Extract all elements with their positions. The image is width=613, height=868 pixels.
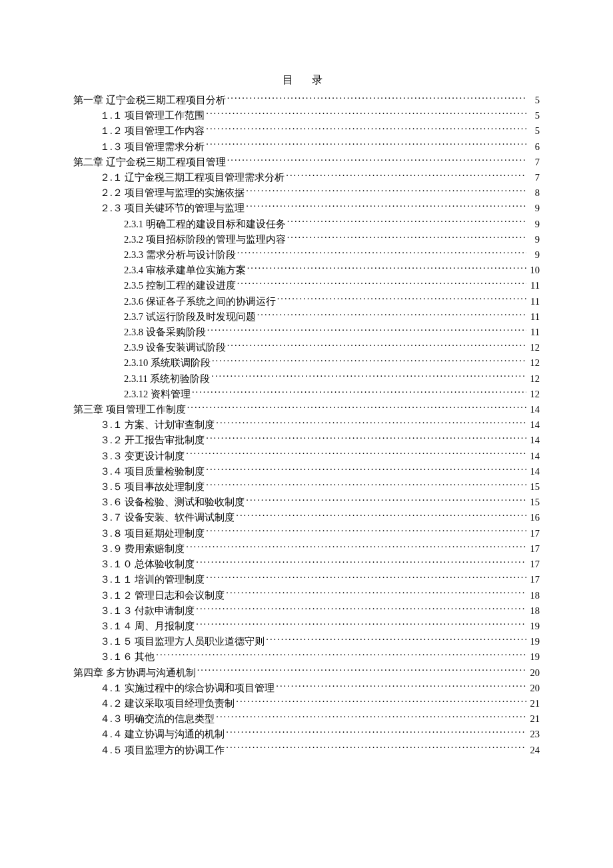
toc-leader-dots <box>206 434 526 444</box>
toc-entry-page: 8 <box>528 185 540 201</box>
toc-entry-page: 11 <box>528 325 540 340</box>
toc-leader-dots <box>196 604 526 614</box>
toc-entry-page: 18 <box>528 603 540 619</box>
toc-entry-page: 18 <box>528 588 540 603</box>
toc-leader-dots <box>186 542 526 552</box>
toc-entry: ３.７ 设备安装、软件调试制度16 <box>73 510 540 525</box>
toc-entry: ４.５ 项目监理方的协调工作24 <box>73 743 540 758</box>
toc-entry: ２.１ 辽宁金税三期工程项目管理需求分析7 <box>73 170 540 185</box>
toc-entry-page: 14 <box>528 417 540 433</box>
toc-leader-dots <box>187 403 526 413</box>
toc-entry-label: １.２ 项目管理工作内容 <box>100 123 205 139</box>
toc-entry-page: 23 <box>528 727 540 742</box>
toc-entry-label: 2.3.4 审核承建单位实施方案 <box>124 263 246 278</box>
toc-entry-page: 14 <box>528 402 540 417</box>
toc-leader-dots <box>192 387 526 397</box>
toc-entry: ４.４ 建立协调与沟通的机制23 <box>73 727 540 742</box>
toc-entry: ３.１４ 周、月报制度19 <box>73 619 540 634</box>
toc-leader-dots <box>237 279 526 289</box>
toc-entry: ４.３ 明确交流的信息类型21 <box>73 711 540 727</box>
toc-leader-dots <box>226 728 526 738</box>
toc-leader-dots <box>207 326 526 336</box>
toc-entry-page: 12 <box>528 340 540 355</box>
toc-entry-page: 6 <box>528 139 540 155</box>
toc-entry-label: ４.１ 实施过程中的综合协调和项目管理 <box>100 681 275 696</box>
toc-entry: 2.3.12 资料管理12 <box>73 387 540 402</box>
toc-entry: 2.3.3 需求分析与设计阶段9 <box>73 247 540 263</box>
toc-entry: ２.２ 项目管理与监理的实施依据8 <box>73 185 540 201</box>
toc-entry: 2.3.6 保证各子系统之间的协调运行11 <box>73 294 540 309</box>
toc-leader-dots <box>156 651 526 661</box>
toc-leader-dots <box>227 341 526 351</box>
toc-entry-label: 2.3.9 设备安装调试阶段 <box>124 340 226 355</box>
toc-leader-dots <box>206 481 526 491</box>
toc-entry-label: ３.４ 项目质量检验制度 <box>100 464 205 479</box>
toc-entry: ４.１ 实施过程中的综合协调和项目管理20 <box>73 681 540 696</box>
toc-entry-label: 2.3.8 设备采购阶段 <box>124 325 206 340</box>
toc-entry: 2.3.9 设备安装调试阶段12 <box>73 340 540 355</box>
toc-entry-label: ３.６ 设备检验、测试和验收制度 <box>100 495 245 510</box>
toc-leader-dots <box>276 681 526 691</box>
toc-entry-label: ４.５ 项目监理方的协调工作 <box>100 743 225 758</box>
toc-title: 目 录 <box>73 73 540 87</box>
toc-leader-dots <box>236 697 526 707</box>
toc-entry-label: １.３ 项目管理需求分析 <box>100 139 205 155</box>
toc-entry-page: 10 <box>528 263 540 278</box>
toc-leader-dots <box>237 249 526 259</box>
toc-entry-label: 2.3.1 明确工程的建设目标和建设任务 <box>124 217 286 232</box>
toc-leader-dots <box>186 449 526 459</box>
toc-entry: ３.１０ 总体验收制度17 <box>73 557 540 572</box>
toc-entry-page: 14 <box>528 433 540 448</box>
toc-entry: ３.９ 费用索赔制度17 <box>73 541 540 557</box>
toc-entry: ３.８ 项目延期处理制度17 <box>73 526 540 541</box>
toc-entry: １.３ 项目管理需求分析6 <box>73 139 540 155</box>
toc-entry-label: ４.２ 建议采取项目经理负责制 <box>100 696 235 711</box>
table-of-contents: 第一章 辽宁金税三期工程项目分析5１.１ 项目管理工作范围5１.２ 项目管理工作… <box>73 93 540 758</box>
toc-entry-page: 19 <box>528 649 540 665</box>
toc-entry-label: ３.８ 项目延期处理制度 <box>100 526 205 541</box>
toc-entry-label: 2.3.5 控制工程的建设进度 <box>124 278 236 293</box>
toc-entry: ３.１ 方案、计划审查制度14 <box>73 417 540 433</box>
toc-entry-label: 第二章 辽宁金税三期工程项目管理 <box>73 155 226 170</box>
toc-entry-page: 12 <box>528 387 540 402</box>
toc-entry: 2.3.5 控制工程的建设进度11 <box>73 278 540 293</box>
toc-leader-dots <box>206 527 526 537</box>
toc-leader-dots <box>227 94 526 104</box>
toc-entry-label: ３.１５ 项目监理方人员职业道德守则 <box>100 634 265 649</box>
toc-leader-dots <box>227 155 526 165</box>
toc-leader-dots <box>216 419 526 429</box>
toc-entry: 2.3.7 试运行阶段及时发现问题11 <box>73 309 540 325</box>
toc-leader-dots <box>246 202 526 212</box>
toc-entry: ３.４ 项目质量检验制度14 <box>73 464 540 479</box>
toc-entry-page: 7 <box>528 170 540 185</box>
toc-leader-dots <box>211 372 526 382</box>
toc-entry-label: 第一章 辽宁金税三期工程项目分析 <box>73 93 226 108</box>
toc-entry-page: 14 <box>528 449 540 464</box>
toc-entry-label: ３.３ 变更设计制度 <box>100 449 185 464</box>
toc-entry-page: 9 <box>528 247 540 263</box>
toc-entry: 第二章 辽宁金税三期工程项目管理7 <box>73 155 540 170</box>
toc-entry-page: 9 <box>528 201 540 216</box>
toc-entry-page: 19 <box>528 634 540 649</box>
toc-entry: ２.３ 项目关键环节的管理与监理9 <box>73 201 540 216</box>
toc-leader-dots <box>247 264 526 274</box>
toc-entry: ３.１６ 其他19 <box>73 649 540 665</box>
toc-leader-dots <box>246 496 526 506</box>
toc-leader-dots <box>196 619 526 629</box>
toc-entry-label: 2.3.11 系统初验阶段 <box>124 371 210 387</box>
toc-entry-page: 15 <box>528 495 540 510</box>
toc-entry: ３.１３ 付款申请制度18 <box>73 603 540 619</box>
toc-entry-page: 16 <box>528 510 540 525</box>
toc-entry-page: 17 <box>528 541 540 557</box>
toc-entry: 第四章 多方协调与沟通机制20 <box>73 665 540 681</box>
toc-leader-dots <box>287 233 526 243</box>
toc-entry: ４.２ 建议采取项目经理负责制21 <box>73 696 540 711</box>
toc-entry-page: 11 <box>528 309 540 325</box>
toc-entry-label: ３.１２ 管理日志和会议制度 <box>100 588 225 603</box>
toc-entry-label: ３.１６ 其他 <box>100 649 155 665</box>
toc-entry-page: 12 <box>528 355 540 371</box>
toc-entry: ３.１５ 项目监理方人员职业道德守则19 <box>73 634 540 649</box>
toc-leader-dots <box>206 109 526 119</box>
toc-entry: 2.3.11 系统初验阶段12 <box>73 371 540 387</box>
toc-entry-label: ３.１ 方案、计划审查制度 <box>100 417 215 433</box>
